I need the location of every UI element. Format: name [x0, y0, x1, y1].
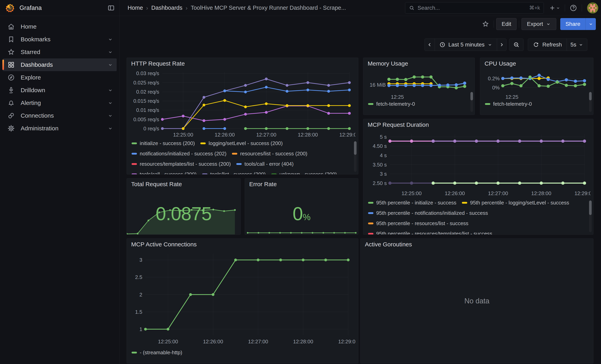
legend-item[interactable]: unknown - success (200)	[271, 171, 337, 174]
legend-label: 95th percentile - logging/setLevel - suc…	[470, 200, 569, 206]
legend-scrollbar[interactable]	[354, 141, 357, 172]
legend-item[interactable]: tools/call - success (200)	[131, 171, 197, 174]
favorite-button[interactable]	[480, 19, 491, 30]
scrollbar-thumb[interactable]	[589, 92, 592, 100]
svg-text:3: 3	[140, 257, 142, 263]
legend-swatch	[131, 163, 137, 165]
sidebar-item-connections[interactable]: Connections	[3, 109, 117, 122]
svg-text:12:25: 12:25	[391, 94, 404, 100]
panel-title: CPU Usage	[480, 58, 593, 69]
share-menu-button[interactable]	[585, 18, 596, 30]
legend-item[interactable]: logging/setLevel - success (200)	[200, 140, 283, 146]
legend-label: initialize - success (200)	[140, 140, 195, 147]
home-icon	[7, 23, 15, 31]
panel-cpu-usage: CPU Usage 12:250.2%0% fetch-telemetry-0	[480, 58, 593, 115]
dashboards-grid-icon	[7, 61, 15, 69]
sidebar-item-label: Administration	[21, 125, 59, 132]
legend-swatch	[368, 233, 373, 235]
breadcrumb-separator: ›	[146, 5, 148, 11]
search-input[interactable]	[418, 5, 529, 11]
legend-item[interactable]: tools/list - success (200)	[202, 171, 266, 174]
mcp-active-connections-chart[interactable]: 12:25:0012:26:0012:27:0012:28:0012:29:00…	[130, 250, 355, 348]
legend-swatch	[202, 173, 208, 175]
legend-item[interactable]: tools/call - error (404)	[236, 161, 293, 167]
chevron-down-icon	[108, 100, 113, 106]
collapse-sidebar-button[interactable]	[107, 4, 115, 12]
mcp-request-duration-chart[interactable]: 12:25:0012:26:0012:27:0012:28:0012:29:00…	[366, 130, 591, 199]
cpu-usage-chart[interactable]: 12:250.2%0%	[483, 69, 591, 100]
sidebar-item-administration[interactable]: Administration	[3, 122, 117, 135]
clock-icon	[439, 41, 446, 48]
legend-item[interactable]: 95th percentile - notifications/initiali…	[368, 210, 585, 216]
svg-text:12:28:00: 12:28:00	[293, 339, 313, 344]
legend-item[interactable]: notifications/initialized - success (202…	[131, 151, 226, 156]
legend-scrollbar[interactable]	[471, 92, 473, 112]
sidebar-item-explore[interactable]: Explore	[3, 71, 117, 84]
legend-item[interactable]: resources/list - success (200)	[232, 151, 307, 156]
search-box[interactable]: ⌘+k	[405, 2, 544, 14]
legend-swatch	[462, 202, 467, 204]
refresh-interval-label: 5s	[571, 41, 576, 48]
legend-item[interactable]: - (streamable-http)	[131, 350, 182, 355]
connections-icon	[7, 112, 15, 120]
legend-item[interactable]: fetch-telemetry-0	[368, 101, 415, 107]
legend-item[interactable]: fetch-telemetry-0	[485, 101, 532, 107]
sidebar-item-label: Starred	[21, 49, 40, 55]
sidebar-item-dashboards[interactable]: Dashboards	[3, 59, 117, 71]
divider	[582, 4, 582, 11]
panel-mcp-request-duration: MCP Request Duration 12:25:0012:26:0012:…	[363, 119, 593, 235]
scrollbar-thumb[interactable]	[471, 92, 473, 100]
panel-title: MCP Active Connections	[127, 239, 358, 250]
new-menu-button[interactable]	[547, 2, 562, 13]
panel-title: Active Goroutines	[361, 239, 593, 250]
panel-legend: fetch-telemetry-0	[363, 100, 475, 115]
legend-item[interactable]: 95th percentile - resources/templates/li…	[368, 231, 585, 235]
legend-item[interactable]: 95th percentile - logging/setLevel - suc…	[462, 200, 569, 206]
edit-button[interactable]: Edit	[496, 18, 517, 30]
legend-swatch	[131, 352, 137, 354]
legend-label: tools/list - success (200)	[210, 171, 266, 175]
legend-item[interactable]: 95th percentile - initialize - success	[368, 200, 456, 206]
sidebar-item-label: Dashboards	[21, 61, 53, 68]
svg-text:2.50 s: 2.50 s	[373, 180, 387, 186]
search-icon	[409, 5, 415, 11]
sidebar-item-drilldown[interactable]: Drilldown	[3, 84, 117, 97]
time-controls: Last 5 minutes Refresh 5s	[424, 39, 587, 51]
chevron-down-icon	[108, 62, 113, 68]
sidebar-item-starred[interactable]: Starred	[3, 46, 117, 59]
svg-text:2: 2	[140, 292, 142, 298]
bookmark-icon	[7, 35, 15, 43]
refresh-group: Refresh 5s	[528, 39, 587, 51]
time-shift-forward-button[interactable]	[497, 39, 506, 51]
legend-item[interactable]: resources/templates/list - success (200)	[131, 161, 231, 167]
refresh-interval-picker[interactable]: 5s	[567, 39, 587, 51]
svg-text:4 s: 4 s	[380, 152, 387, 158]
memory-usage-chart[interactable]: 12:2516 MiB	[366, 69, 472, 100]
legend-item[interactable]: 95th percentile - resources/list - succe…	[368, 221, 585, 226]
legend-item[interactable]: initialize - success (200)	[131, 140, 195, 146]
chevron-down-icon	[556, 6, 561, 10]
breadcrumb-home[interactable]: Home	[128, 5, 143, 11]
sidebar-item-alerting[interactable]: Alerting	[3, 97, 117, 109]
sidebar-item-home[interactable]: Home	[3, 20, 117, 33]
export-button[interactable]: Export	[521, 18, 556, 30]
help-button[interactable]	[567, 2, 579, 13]
time-range-picker[interactable]: Last 5 minutes	[435, 39, 497, 51]
share-button[interactable]: Share	[560, 18, 585, 30]
breadcrumb-dashboards[interactable]: Dashboards	[151, 5, 182, 11]
http-request-rate-chart[interactable]: 12:25:0012:26:0012:27:0012:28:0012:29:00…	[130, 69, 355, 140]
time-shift-back-button[interactable]	[424, 39, 435, 51]
legend-scrollbar[interactable]	[589, 200, 592, 232]
zoom-out-button[interactable]	[509, 39, 523, 51]
grafana-logo-icon[interactable]	[5, 3, 15, 13]
legend-scrollbar[interactable]	[589, 92, 592, 112]
scrollbar-thumb[interactable]	[354, 141, 357, 155]
user-avatar[interactable]	[587, 2, 598, 13]
breadcrumb-current-dashboard: ToolHive MCP Server & Proxy Runner Dashb…	[191, 5, 346, 11]
refresh-button[interactable]: Refresh	[528, 39, 567, 51]
sidebar-item-bookmarks[interactable]: Bookmarks	[3, 33, 117, 46]
breadcrumb: Home › Dashboards › ToolHive MCP Server …	[128, 5, 346, 11]
svg-text:0.005 req/s: 0.005 req/s	[133, 117, 159, 122]
scrollbar-thumb[interactable]	[589, 200, 592, 215]
legend-swatch	[368, 223, 373, 224]
